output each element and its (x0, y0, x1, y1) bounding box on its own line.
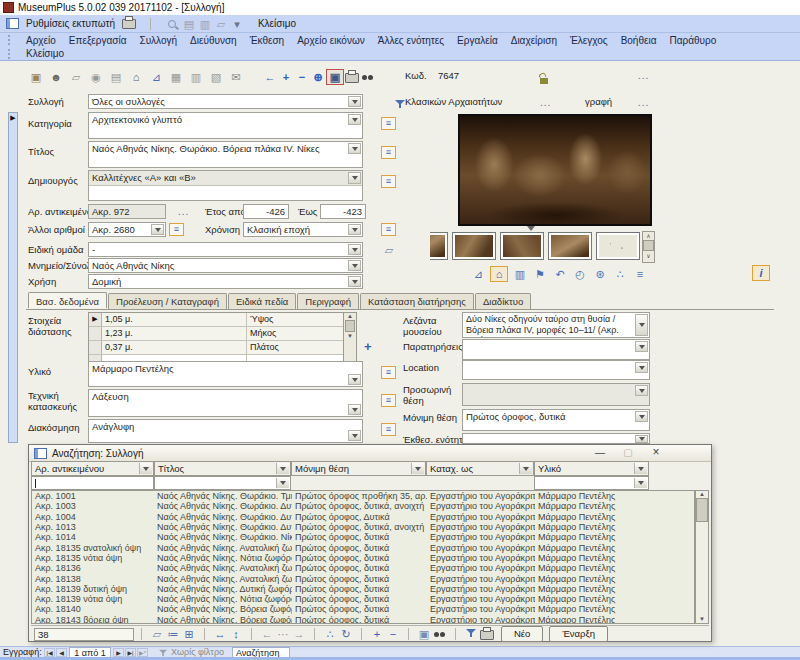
location-field[interactable] (462, 360, 650, 380)
other-numbers-list-icon[interactable] (169, 223, 184, 236)
maximize-button[interactable]: ▢ (617, 447, 639, 459)
year-from-field[interactable]: -426 (243, 204, 289, 219)
more-button[interactable]: ... (638, 72, 649, 80)
close-button[interactable]: Κλείσιμο (258, 18, 296, 29)
menu-item-5[interactable]: Αρχείο εικόνων (297, 35, 365, 46)
use-field[interactable]: Δομική (88, 274, 363, 289)
result-row[interactable]: Ακρ. 1001Ναός Αθηνάς Νίκης. Θωράκιο. Τμή… (32, 491, 694, 501)
dating-field[interactable]: Κλασική εποχή (243, 222, 363, 237)
tab-basic-data[interactable]: Βασ. δεδομένα (28, 292, 107, 308)
search-icon[interactable] (165, 17, 181, 31)
chevron-down-icon[interactable] (348, 114, 361, 125)
first-record-button[interactable]: |◀ (44, 648, 55, 657)
result-row[interactable]: Ακρ. 1013Ναός Αθηνάς Νίκης. Θωράκιο. Δυτ… (32, 522, 694, 532)
result-row[interactable]: Ακρ. 18140Ναός Αθηνάς Νίκης. Βόρεια ζωφό… (32, 604, 694, 614)
start-button[interactable]: Έναρξη (549, 626, 608, 642)
prev-record-icon[interactable]: ← (262, 70, 278, 84)
result-row[interactable]: Ακρ. 18135 νότια όψηΝαός Αθηνάς Νίκης. Ν… (32, 553, 694, 563)
document-icon[interactable]: ▤ (181, 17, 197, 31)
menu-item-2[interactable]: Συλλογή (139, 35, 177, 46)
chevron-down-icon[interactable] (635, 314, 648, 336)
add-record-icon[interactable]: + (278, 70, 294, 84)
result-row[interactable]: Ακρ. 18135 ανατολική όψηΝαός Αθηνάς Νίκη… (32, 542, 694, 552)
dimension-value[interactable]: 1,05 μ. (102, 313, 247, 326)
home-icon[interactable]: ⌂ (126, 70, 146, 84)
object-number-field[interactable]: Ακρ. 972 (88, 204, 166, 219)
nav-right-icon[interactable]: → (291, 627, 307, 641)
printer-settings-button[interactable]: Ρυθμίσεις εκτυπωτή (26, 18, 115, 29)
dimension-row[interactable]: 1,23 μ. Μήκος (89, 327, 356, 341)
dimensions-scrollbar[interactable]: ▲▼ (343, 313, 356, 366)
category-list-icon[interactable] (381, 117, 396, 130)
year-to-field[interactable]: -423 (320, 204, 366, 219)
books-icon[interactable]: ▥ (512, 267, 528, 281)
thumbnail[interactable] (452, 232, 496, 260)
binoculars-icon[interactable] (432, 627, 448, 641)
chevron-down-icon[interactable] (348, 430, 361, 441)
column-header-perm-location[interactable]: Μόνιμη θέση (291, 461, 426, 476)
chevron-down-icon[interactable] (348, 224, 361, 235)
tab-condition[interactable]: Κατάσταση διατήρησης (360, 293, 474, 309)
column-header-title[interactable]: Τίτλος (154, 461, 291, 476)
monument-field[interactable]: Ναός Αθηνάς Νίκης (88, 258, 363, 273)
stack-icon[interactable]: ▱ (381, 243, 397, 257)
row-selector[interactable] (89, 327, 102, 340)
temp-location-field[interactable] (462, 383, 650, 406)
list-small-icon[interactable]: ≔ (165, 627, 181, 641)
picture-frame-icon[interactable]: ▣ (26, 70, 46, 84)
chevron-down-icon[interactable] (519, 463, 532, 474)
result-row[interactable]: Ακρ. 18139 δυτική όψηΝαός Αθηνάς Νίκης. … (32, 584, 694, 594)
dating-list-icon[interactable] (381, 223, 396, 236)
dimension-row[interactable]: 0,37 μ. Πλάτος (89, 341, 356, 355)
decoration-list-icon[interactable] (381, 423, 396, 436)
record-selector-strip[interactable]: ▶ (8, 112, 18, 443)
row-selector[interactable]: ▶ (89, 313, 102, 326)
more-button[interactable]: ... (540, 99, 551, 107)
chevron-down-icon[interactable] (634, 463, 647, 474)
caption-field[interactable]: Δύο Νίκες οδηγούν ταύρο στη θυσία / Βόρε… (462, 312, 650, 338)
result-row[interactable]: Ακρ. 18139 νότια όψηΝαός Αθηνάς Νίκης. Ν… (32, 594, 694, 604)
chevron-down-icon[interactable] (348, 172, 361, 184)
dimension-row[interactable]: ▶ 1,05 μ. Ύψος (89, 313, 356, 327)
chevron-down-icon[interactable] (348, 244, 361, 255)
remarks-field[interactable] (462, 339, 650, 360)
chevron-down-icon[interactable] (348, 143, 361, 154)
chevron-down-icon[interactable] (151, 224, 164, 235)
mail-icon[interactable]: ✉ (226, 70, 246, 84)
category-field[interactable]: Αρχιτεκτονικό γλυπτό (88, 112, 363, 139)
tab-special-fields[interactable]: Ειδικά πεδία (228, 293, 296, 309)
chevron-down-icon[interactable] (635, 411, 648, 422)
menu-item-6[interactable]: Άλλες ενότητες (378, 35, 444, 46)
result-row[interactable]: Ακρ. 18138Ναός Αθηνάς Νίκης. Ανατολική ζ… (32, 573, 694, 583)
dimension-value[interactable]: 1,23 μ. (102, 327, 247, 340)
info-icon[interactable]: i (752, 265, 770, 281)
object-number-more-button[interactable]: ... (178, 208, 189, 216)
dimension-value[interactable]: 0,37 μ. (102, 341, 247, 354)
contact-icon[interactable]: ☻ (46, 70, 66, 84)
chevron-down-icon[interactable] (635, 435, 648, 443)
menu-item-11[interactable]: Παράθυρο (669, 35, 716, 46)
chevron-down-icon[interactable] (411, 463, 424, 474)
filter-icon[interactable] (395, 99, 406, 109)
material-list-icon[interactable] (381, 366, 396, 379)
remove-icon[interactable]: − (385, 627, 401, 641)
nav-left-icon[interactable]: ← (259, 627, 275, 641)
grid-icon[interactable]: ⊞ (181, 627, 197, 641)
printer-icon[interactable] (479, 627, 495, 641)
clock-icon[interactable]: ◴ (572, 267, 588, 281)
note-icon[interactable]: ▤ (106, 70, 126, 84)
chevron-down-icon[interactable] (276, 463, 289, 474)
exhibit-section-field[interactable] (462, 433, 650, 444)
minimize-button[interactable]: — (589, 447, 611, 459)
result-row[interactable]: Ακρ. 18136Ναός Αθηνάς Νίκης. Ανατολική ζ… (32, 563, 694, 573)
object-photo[interactable] (458, 114, 652, 226)
filter-input-object-number[interactable] (31, 476, 154, 490)
thumbnail[interactable] (430, 232, 448, 260)
home-icon[interactable]: ⌂ (490, 266, 508, 282)
unlock-icon[interactable] (540, 78, 548, 84)
flag-icon[interactable]: ⚑ (532, 267, 548, 281)
menu-item-10[interactable]: Βοήθεια (621, 35, 657, 46)
chevron-down-icon[interactable] (635, 362, 648, 373)
chevron-down-icon[interactable] (348, 276, 361, 287)
binoculars-icon[interactable] (360, 70, 376, 84)
